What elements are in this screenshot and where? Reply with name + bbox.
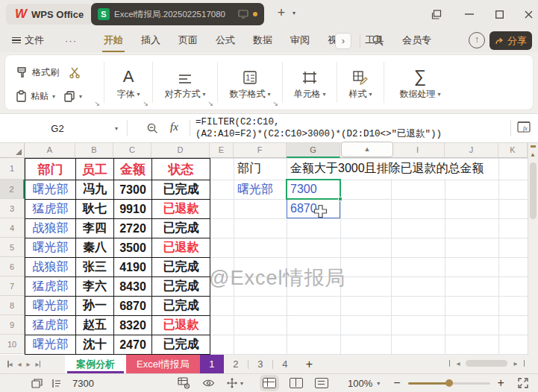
cell-D2[interactable]: 已完成 (151, 180, 210, 200)
cell-B8[interactable]: 孙一 (75, 296, 114, 316)
row-header-7[interactable]: 7 (0, 276, 25, 296)
cell-A7[interactable]: 猛虎部 (25, 276, 76, 297)
sheet-tab-1[interactable]: 1 (200, 355, 224, 373)
zoom-out-button[interactable]: − (393, 376, 400, 390)
ribbon-group-font[interactable]: A字体▾↘ (104, 55, 152, 110)
paste-dropdown-icon[interactable]: ▾ (52, 93, 55, 100)
scroll-left-icon[interactable]: ◂ (456, 359, 460, 367)
last-sheet-button[interactable]: ▸ (36, 360, 41, 368)
search-icon[interactable] (372, 34, 384, 47)
cell-B9[interactable]: 赵五 (75, 315, 114, 335)
sheet-tab-4[interactable]: 4 (273, 355, 297, 373)
share-button[interactable]: 分享 (489, 31, 532, 50)
row-header-6[interactable]: 6 (0, 257, 25, 276)
more-menu-button[interactable]: ··· (65, 35, 77, 46)
prev-sheet-button[interactable]: ◂ (18, 360, 22, 368)
cell-D6[interactable]: 已完成 (151, 257, 210, 277)
column-header-C[interactable]: C (113, 143, 151, 158)
row-header-8[interactable]: 8 (0, 296, 25, 315)
copy-icon[interactable] (63, 90, 75, 102)
spreadsheet-grid[interactable]: @Excel情报局 ABCDEFGHIJK12345678910部门员工金额状态… (0, 143, 528, 355)
scroll-up-icon[interactable]: ▲ (530, 151, 536, 158)
cell-C10[interactable]: 2470 (113, 335, 152, 355)
cell-C6[interactable]: 4190 (113, 257, 152, 277)
zoom-out-formula-icon[interactable] (146, 122, 159, 135)
app-home-tab[interactable]: W WPS Office (6, 4, 93, 25)
cell-B2[interactable]: 冯九 (75, 180, 114, 200)
horizontal-scroll-thumb[interactable] (466, 360, 507, 367)
collapse-toolbar-button[interactable]: ▲ (341, 142, 393, 157)
menu-tab-数据[interactable]: 数据 (244, 29, 281, 51)
menu-tab-页面[interactable]: 页面 (169, 29, 207, 51)
cell-A5[interactable]: 曙光部 (25, 238, 76, 258)
vertical-scroll-thumb[interactable] (530, 162, 537, 219)
outline-view-icon[interactable] (51, 379, 62, 388)
page-layout-view-button[interactable] (315, 378, 328, 388)
normal-view-button[interactable] (263, 378, 276, 388)
insert-function-icon[interactable]: fx (170, 121, 178, 133)
font-dialog-launcher-icon[interactable]: ↘ (143, 100, 148, 107)
fullscreen-icon[interactable] (518, 378, 528, 388)
cell-B7[interactable]: 李六 (75, 276, 114, 297)
row-header-5[interactable]: 5 (0, 238, 25, 257)
column-header-G[interactable]: G (287, 143, 340, 158)
next-sheet-button[interactable]: ▸ (27, 360, 31, 368)
cell-A6[interactable]: 战狼部 (25, 257, 76, 277)
row-header-3[interactable]: 3 (0, 199, 25, 218)
column-header-A[interactable]: A (25, 143, 75, 158)
menu-tab-插入[interactable]: 插入 (132, 29, 169, 51)
cell-D4[interactable]: 已完成 (151, 218, 210, 238)
menu-tab-会员专[interactable]: 会员专 (393, 29, 440, 51)
sheet-tab-Excel情报局[interactable]: Excel情报局 (126, 355, 200, 373)
ribbon-group-cells[interactable]: 单元格▾ (283, 55, 337, 110)
cell-A1[interactable]: 部门 (25, 158, 76, 180)
column-header-B[interactable]: B (75, 143, 113, 158)
cell-C2[interactable]: 7300 (113, 180, 152, 200)
document-tab[interactable]: S Excel情报局.2025022517080 (91, 3, 264, 25)
menu-expand-chevron-button[interactable]: › (335, 33, 351, 49)
cell-A3[interactable]: 猛虎部 (25, 199, 76, 219)
new-tab-button[interactable]: + (273, 5, 290, 21)
horizontal-scrollbar[interactable]: ◂ ▸ (449, 359, 525, 367)
vertical-scrollbar[interactable]: ▲ (528, 143, 538, 355)
copy-dropdown-icon[interactable]: ▾ (79, 93, 82, 100)
window-layout-icon[interactable] (427, 7, 446, 22)
cell-C7[interactable]: 8430 (113, 276, 152, 297)
name-box-dropdown-icon[interactable]: ▾ (115, 125, 118, 132)
fill-handle[interactable] (338, 197, 342, 201)
ribbon-group-number-format[interactable]: 1数字格式▾↘ (218, 55, 282, 110)
zoom-slider-thumb[interactable] (445, 379, 453, 387)
cell-C1[interactable]: 金额 (113, 158, 152, 180)
cell-A9[interactable]: 猛虎部 (25, 315, 76, 335)
number-format-dropdown-icon[interactable]: ▾ (267, 91, 270, 98)
paste-label[interactable]: 粘贴 (31, 90, 49, 103)
cell-C3[interactable]: 9910 (113, 199, 152, 219)
font-dropdown-icon[interactable]: ▾ (137, 91, 140, 98)
macro-record-icon[interactable] (31, 379, 43, 388)
select-all-corner[interactable] (0, 143, 25, 158)
row-header-10[interactable]: 10 (0, 335, 25, 354)
cut-icon[interactable] (69, 66, 81, 78)
file-menu-button[interactable]: 文件 (12, 34, 44, 47)
row-header-4[interactable]: 4 (0, 218, 25, 238)
cell-D10[interactable]: 已完成 (151, 335, 210, 355)
tab-list-chevron-icon[interactable]: ▾ (293, 10, 295, 16)
cell-D9[interactable]: 已退款 (151, 315, 210, 335)
move-dropdown-icon[interactable]: ▾ (240, 380, 243, 387)
page-break-view-button[interactable] (290, 378, 303, 388)
column-header-I[interactable]: I (391, 143, 445, 158)
zoom-level-value[interactable]: 100% (348, 378, 372, 389)
cell-B6[interactable]: 张三 (75, 257, 114, 277)
sheet-tab-2[interactable]: 2 (224, 355, 248, 373)
cell-D3[interactable]: 已退款 (151, 199, 210, 219)
cell-D5[interactable]: 已退款 (151, 238, 210, 258)
minimize-button[interactable] (460, 7, 479, 22)
column-header-D[interactable]: D (151, 143, 210, 158)
move-selection-icon[interactable] (227, 378, 237, 388)
zoom-dropdown-icon[interactable]: ▾ (377, 380, 380, 387)
maximize-button[interactable] (489, 7, 509, 22)
alignment-dialog-launcher-icon[interactable]: ↘ (207, 100, 213, 107)
cell-C4[interactable]: 2720 (113, 218, 152, 238)
menu-tab-公式[interactable]: 公式 (207, 29, 244, 51)
cell-D1[interactable]: 状态 (151, 158, 210, 180)
